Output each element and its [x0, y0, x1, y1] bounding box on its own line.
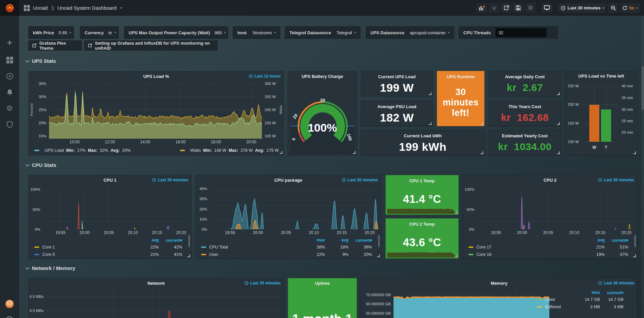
- breadcrumb-app[interactable]: Unraid: [33, 5, 48, 11]
- cpu-package-chart[interactable]: [210, 185, 378, 229]
- resize-handle[interactable]: [455, 255, 457, 257]
- resize-handle[interactable]: [557, 122, 560, 125]
- legend-column-header-current[interactable]: current▾: [349, 238, 372, 243]
- legend-column-header-current[interactable]: current▾: [605, 238, 628, 243]
- panel-title[interactable]: Uptime: [315, 281, 330, 286]
- stat-title[interactable]: Current Load kWh: [404, 133, 442, 138]
- tv-mode-button[interactable]: [542, 3, 552, 13]
- variable-value-dropdown[interactable]: kr▾: [108, 30, 116, 35]
- resize-handle[interactable]: [353, 151, 356, 154]
- bar-t[interactable]: [601, 109, 611, 142]
- legend-column-header-max[interactable]: max: [577, 290, 600, 295]
- legend-row[interactable]: Core 1721%51%: [463, 243, 637, 251]
- resize-handle[interactable]: [480, 151, 483, 154]
- resize-handle[interactable]: [377, 255, 380, 257]
- dashboard-link[interactable]: Grafana Plex Theme: [28, 40, 82, 51]
- save-button[interactable]: [513, 3, 523, 13]
- sidebar-item-dashboards[interactable]: [0, 53, 19, 67]
- variable-value-dropdown[interactable]: Telegraf▾: [336, 30, 356, 35]
- sidebar-item-explore[interactable]: [0, 70, 19, 83]
- panel-title[interactable]: CPU 1: [103, 178, 116, 183]
- panel-title[interactable]: CPU 2: [544, 178, 556, 183]
- stat-title[interactable]: Current UPS Load: [378, 74, 416, 79]
- stat-title[interactable]: This Years Cost: [508, 104, 541, 109]
- legend-column-header-avg[interactable]: avg: [325, 238, 349, 242]
- panel-title[interactable]: UPS Battery Charge: [302, 74, 343, 79]
- legend-row[interactable]: Used14.7 GB14.7 GB: [532, 296, 632, 303]
- refresh-button[interactable]: 5s ▾: [620, 3, 640, 13]
- section-header-ups-stats[interactable]: UPS Stats: [26, 58, 56, 64]
- resize-handle[interactable]: [280, 151, 282, 154]
- legend-row[interactable]: UPS LoadMin:17%Max:32%Avg:20%: [34, 148, 131, 153]
- legend-row[interactable]: WattsMin:148 WMax:278 WAvg:175 W: [180, 148, 279, 153]
- cpu1-chart[interactable]: [43, 185, 188, 229]
- stat-title[interactable]: CPU 2 Temp: [409, 222, 435, 227]
- legend-column-header-max[interactable]: max: [302, 238, 325, 242]
- ups-load-chart[interactable]: [49, 81, 262, 139]
- zoom-out-button[interactable]: [608, 3, 618, 13]
- panel-title[interactable]: CPU package: [274, 178, 302, 183]
- stat-title[interactable]: CPU 1 Temp: [409, 178, 435, 183]
- sidebar-item-configuration[interactable]: ⚙: [0, 102, 19, 115]
- resize-handle[interactable]: [429, 92, 431, 95]
- legend-column-header-avg[interactable]: avg: [581, 238, 605, 242]
- resize-handle[interactable]: [557, 92, 560, 95]
- legend-row[interactable]: Buffered3 MB3 MB: [532, 303, 632, 311]
- stat-title[interactable]: Estimated Yearly Cost: [502, 133, 548, 138]
- grafana-logo[interactable]: [0, 0, 19, 16]
- stat-title[interactable]: UPS Runtime: [447, 74, 474, 79]
- resize-handle[interactable]: [187, 255, 190, 257]
- variable-value-dropdown[interactable]: Nostromo▾: [253, 30, 276, 35]
- panel-title[interactable]: Network: [147, 281, 165, 286]
- sidebar-item-server-admin[interactable]: [0, 118, 19, 131]
- legend-column-header-current[interactable]: current▾: [600, 290, 624, 295]
- scrollbar-thumb[interactable]: [642, 66, 644, 110]
- variable-value-dropdown[interactable]: apcupsd-container▾: [410, 30, 450, 35]
- time-range-picker[interactable]: Last 30 minutes ▾: [558, 3, 606, 13]
- variable-value-dropdown[interactable]: 0.65▾: [59, 30, 71, 35]
- share-button[interactable]: [501, 3, 511, 13]
- memory-chart[interactable]: [394, 288, 549, 318]
- bar-chart[interactable]: WT: [583, 86, 617, 142]
- dashboard-grid-icon[interactable]: [24, 5, 30, 11]
- cpu-threads-input[interactable]: [496, 28, 547, 37]
- dashboard-link[interactable]: Setting up Grafana and InfluxDB for UPS …: [84, 40, 218, 51]
- resize-handle[interactable]: [429, 122, 431, 125]
- resize-handle[interactable]: [633, 151, 636, 154]
- settings-button[interactable]: ⚙: [525, 3, 536, 13]
- cpu2-chart[interactable]: [477, 185, 634, 229]
- network-chart[interactable]: [46, 288, 281, 318]
- legend-scrollbar[interactable]: [188, 235, 190, 247]
- resize-handle[interactable]: [480, 122, 483, 125]
- section-header-cpu-stats[interactable]: CPU Stats: [26, 162, 56, 168]
- bar-w[interactable]: [589, 105, 599, 142]
- dashboard-dropdown-caret[interactable]: ▾: [120, 6, 122, 10]
- legend-scrollbar[interactable]: [378, 235, 380, 247]
- panel-title[interactable]: UPS Load vs Time left: [578, 74, 624, 79]
- user-avatar[interactable]: [0, 297, 19, 311]
- legend-column-header-current[interactable]: current▾: [159, 238, 182, 243]
- resize-handle[interactable]: [455, 211, 457, 214]
- resize-handle[interactable]: [557, 151, 560, 154]
- stat-title[interactable]: Average Daily Cost: [505, 74, 545, 79]
- sidebar-item-alerting[interactable]: [0, 86, 19, 99]
- legend-row[interactable]: Core 521%41%: [29, 251, 191, 258]
- refresh-caret[interactable]: ▾: [636, 6, 638, 10]
- help-button[interactable]: ?: [0, 313, 19, 318]
- variable-value-dropdown[interactable]: 865▾: [215, 30, 226, 35]
- panel-title[interactable]: Memory: [491, 281, 508, 286]
- sidebar-item-create[interactable]: +: [0, 36, 19, 49]
- legend-row[interactable]: CPU Total38%18%36%: [196, 243, 381, 251]
- resize-handle[interactable]: [633, 255, 636, 257]
- dashboard-title[interactable]: Unraid System Dashboard: [57, 5, 117, 11]
- legend-row[interactable]: Core 122%42%: [29, 243, 191, 251]
- panel-title[interactable]: UPS Load %: [143, 74, 169, 79]
- legend-scrollbar[interactable]: [634, 235, 636, 247]
- stat-title[interactable]: Average PSU Load: [377, 104, 416, 109]
- legend-row[interactable]: User22%9%20%: [196, 251, 381, 258]
- add-panel-button[interactable]: [476, 3, 487, 13]
- legend-row[interactable]: Core 1619%47%: [463, 251, 637, 258]
- star-button[interactable]: ☆: [489, 3, 499, 13]
- section-header-network-memory[interactable]: Network / Memory: [26, 265, 75, 271]
- legend-column-header-avg[interactable]: avg: [135, 238, 159, 242]
